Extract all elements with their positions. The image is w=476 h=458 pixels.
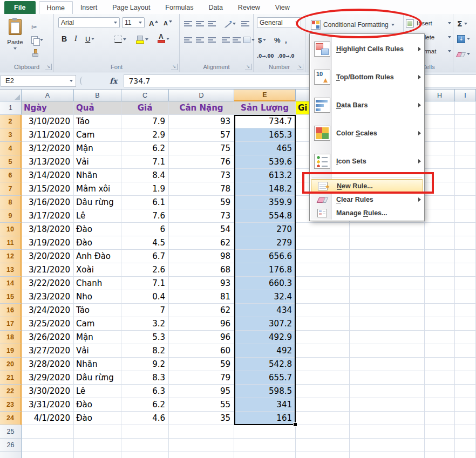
cell-C16[interactable]: 7 — [121, 304, 169, 317]
cell-G10[interactable] — [350, 223, 425, 236]
cell-G17[interactable] — [350, 317, 425, 331]
cell-C24[interactable]: 4.6 — [121, 412, 169, 425]
cell-F25[interactable] — [296, 425, 350, 439]
cell-E15[interactable]: 32.4 — [234, 290, 296, 304]
fill-color-button[interactable] — [136, 34, 148, 45]
cell-I10[interactable] — [455, 223, 476, 236]
cell-H22[interactable] — [425, 385, 455, 398]
cell-C3[interactable]: 2.9 — [121, 128, 169, 142]
cell-E26[interactable] — [234, 439, 296, 452]
cell-E14[interactable]: 660.3 — [234, 277, 296, 290]
cell-B21[interactable]: Dâu rừng — [74, 371, 121, 385]
cell-I21[interactable] — [455, 371, 476, 385]
cell-G24[interactable] — [350, 412, 425, 425]
cell-B12[interactable]: Anh Đào — [74, 250, 121, 263]
cell-I5[interactable] — [455, 155, 476, 169]
cell-B13[interactable]: Xoài — [74, 263, 121, 277]
cell-E4[interactable]: 465 — [234, 142, 296, 155]
cell-C10[interactable]: 6 — [121, 223, 169, 236]
cell-F26[interactable] — [296, 439, 350, 452]
cell-B4[interactable]: Mận — [74, 142, 121, 155]
cell-B16[interactable]: Táo — [74, 304, 121, 317]
cell-I[interactable] — [455, 452, 476, 458]
cell-I24[interactable] — [455, 412, 476, 425]
cell-E1[interactable]: Sản Lượng — [234, 101, 296, 115]
alignment-dialog-launcher-icon[interactable] — [245, 64, 251, 70]
increase-indent-button[interactable] — [233, 35, 241, 45]
decrease-indent-button[interactable] — [222, 35, 230, 45]
cell-D23[interactable]: 55 — [169, 398, 234, 412]
cell-A12[interactable]: 3/20/2020 — [22, 250, 74, 263]
cell-E22[interactable]: 598.5 — [234, 385, 296, 398]
cell-C13[interactable]: 2.6 — [121, 263, 169, 277]
row-header-2[interactable]: 2 — [0, 115, 22, 128]
cell-A2[interactable]: 3/10/2020 — [22, 115, 74, 128]
align-left-button[interactable] — [184, 35, 192, 45]
column-header-A[interactable]: A — [22, 90, 74, 101]
cell-D1[interactable]: Cân Nặng — [169, 101, 234, 115]
increase-decimal-button[interactable] — [257, 50, 274, 60]
accounting-format-button[interactable]: $ — [258, 35, 266, 45]
cell-H10[interactable] — [425, 223, 455, 236]
cell-I2[interactable] — [455, 115, 476, 128]
font-color-button[interactable] — [158, 33, 169, 44]
copy-button[interactable] — [30, 33, 53, 46]
cell-I25[interactable] — [455, 425, 476, 439]
comma-style-button[interactable]: , — [285, 35, 287, 45]
cell-A23[interactable]: 3/31/2020 — [22, 398, 74, 412]
cell-F12[interactable] — [296, 250, 350, 263]
cell-G15[interactable] — [350, 290, 425, 304]
cut-button[interactable]: ✂ — [30, 20, 53, 33]
cell-I16[interactable] — [455, 304, 476, 317]
menu-item-highlight-cells-rules[interactable]: Highlight Cells Rules — [311, 35, 423, 63]
cell-B5[interactable]: Vải — [74, 155, 121, 169]
cell-E7[interactable]: 148.2 — [234, 182, 296, 196]
cell-C22[interactable]: 6.3 — [121, 385, 169, 398]
cell-E9[interactable]: 554.8 — [234, 209, 296, 223]
row-header-3[interactable]: 3 — [0, 128, 22, 142]
cell-C11[interactable]: 4.5 — [121, 236, 169, 250]
cell-D10[interactable]: 54 — [169, 223, 234, 236]
row-header-1[interactable]: 1 — [0, 101, 22, 115]
cell-G14[interactable] — [350, 277, 425, 290]
cell-I4[interactable] — [455, 142, 476, 155]
clipboard-dialog-launcher-icon[interactable] — [45, 64, 52, 70]
align-bottom-button[interactable] — [208, 18, 216, 29]
row-header-9[interactable]: 9 — [0, 209, 22, 223]
cell-F11[interactable] — [296, 236, 350, 250]
clear-button[interactable] — [457, 49, 470, 59]
borders-button[interactable] — [114, 34, 126, 45]
cell-C15[interactable]: 0.4 — [121, 290, 169, 304]
cell-D11[interactable]: 62 — [169, 236, 234, 250]
cell-E16[interactable]: 434 — [234, 304, 296, 317]
cell-E23[interactable]: 341 — [234, 398, 296, 412]
cell-D7[interactable]: 78 — [169, 182, 234, 196]
menu-item-color-scales[interactable]: Color Scales — [311, 119, 423, 147]
row-header-25[interactable]: 25 — [0, 425, 22, 439]
cell-I13[interactable] — [455, 263, 476, 277]
cell-B6[interactable]: Nhãn — [74, 169, 121, 182]
cell-H16[interactable] — [425, 304, 455, 317]
select-all-corner[interactable] — [0, 90, 22, 101]
cell-D21[interactable]: 79 — [169, 371, 234, 385]
paste-button[interactable]: Paste — [3, 16, 28, 61]
row-header-16[interactable]: 16 — [0, 304, 22, 317]
cell-H4[interactable] — [425, 142, 455, 155]
cell-B15[interactable]: Nho — [74, 290, 121, 304]
cell-G25[interactable] — [350, 425, 425, 439]
cell-A5[interactable]: 3/13/2020 — [22, 155, 74, 169]
cell-H12[interactable] — [425, 250, 455, 263]
cell-D4[interactable]: 75 — [169, 142, 234, 155]
cell-H18[interactable] — [425, 331, 455, 344]
tab-data[interactable]: Data — [201, 1, 230, 14]
font-size-select[interactable]: 11 — [122, 17, 145, 28]
cell-C18[interactable]: 5.3 — [121, 331, 169, 344]
cell-A8[interactable]: 3/16/2020 — [22, 196, 74, 209]
cell-D18[interactable]: 96 — [169, 331, 234, 344]
row-header-7[interactable]: 7 — [0, 182, 22, 196]
percent-style-button[interactable]: % — [274, 35, 281, 45]
conditional-formatting-button[interactable]: Conditional Formatting — [308, 18, 398, 32]
tab-file[interactable]: File — [4, 1, 36, 14]
cell-H23[interactable] — [425, 398, 455, 412]
cell-C12[interactable]: 6.7 — [121, 250, 169, 263]
